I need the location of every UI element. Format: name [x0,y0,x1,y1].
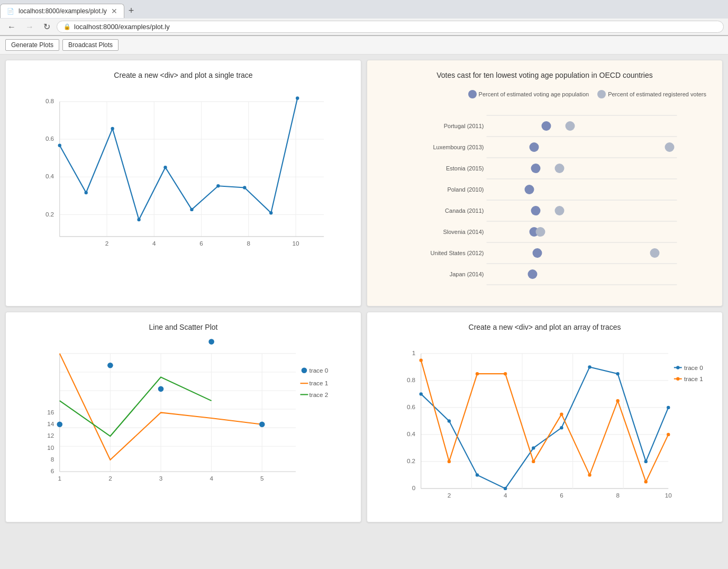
svg-text:0.4: 0.4 [407,430,416,437]
svg-text:1: 1 [412,349,416,356]
line-scatter-plot: Line and Scatter Plot 6 [5,312,361,522]
svg-text:trace 1: trace 1 [684,375,703,382]
svg-point-112 [667,406,670,409]
dot-japan-vap [528,269,538,279]
dot-portugal-rv [566,121,575,131]
dot-slovenia-rv [536,227,545,237]
legend-vap-label: Percent of estimated voting age populati… [479,91,589,97]
svg-text:0.2: 0.2 [46,211,54,218]
svg-text:4: 4 [504,492,507,499]
svg-point-21 [85,191,88,194]
svg-point-25 [190,208,193,211]
single-trace-plot: Create a new <div> and plot a single tra… [5,60,361,306]
svg-text:6: 6 [560,492,563,499]
svg-text:3: 3 [159,475,163,482]
plots-grid: Create a new <div> and plot a single tra… [5,60,723,522]
broadcast-plots-button[interactable]: Broadcast Plots [62,39,119,51]
dot-us-vap [533,248,542,258]
address-bar[interactable]: 🔒 localhost:8000/examples/plot.ly [57,21,724,33]
svg-text:12: 12 [47,432,54,439]
dot-luxembourg-rv [665,142,675,152]
svg-text:Canada (2011): Canada (2011) [445,207,484,214]
svg-point-111 [644,460,648,463]
svg-point-107 [532,446,535,449]
svg-text:0.8: 0.8 [46,97,54,104]
tab-favicon: 📄 [7,8,14,15]
dot-estonia-vap [531,164,541,173]
svg-point-29 [296,96,299,100]
svg-text:1: 1 [58,475,62,482]
voting-svg: Portugal (2011) Luxembourg (2013) Estoni… [383,105,706,295]
svg-point-28 [269,211,272,214]
dot-estonia-rv [555,164,565,173]
legend-rv-label: Percent of estimated registered voters [608,91,706,97]
svg-point-104 [448,419,451,422]
svg-point-70 [57,421,62,427]
svg-point-73 [208,339,214,345]
forward-button[interactable]: → [22,21,37,33]
svg-text:Slovenia (2014): Slovenia (2014) [443,229,484,235]
svg-text:trace 0: trace 0 [310,367,329,374]
svg-text:8: 8 [247,240,250,247]
svg-text:United States (2012): United States (2012) [431,250,484,256]
back-button[interactable]: ← [4,21,19,33]
nav-bar: ← → ↻ 🔒 localhost:8000/examples/plot.ly [0,19,728,35]
voting-title: Votes cast for ten lowest voting age pop… [372,71,717,79]
tab-bar: 📄 localhost:8000/examples/plot.ly ✕ + [0,0,728,19]
url-text: localhost:8000/examples/plot.ly [74,23,170,31]
svg-point-121 [644,480,648,483]
svg-text:14: 14 [47,420,54,427]
svg-text:Japan (2014): Japan (2014) [450,271,484,277]
svg-text:Poland (2010): Poland (2010) [447,186,484,193]
svg-text:trace 2: trace 2 [310,391,329,398]
svg-text:0.4: 0.4 [46,173,54,179]
page-toolbar: Generate Plots Broadcast Plots [0,36,728,55]
svg-point-119 [588,473,591,476]
dot-canada-vap [531,206,541,215]
dot-us-rv [650,248,660,258]
main-content: Create a new <div> and plot a single tra… [0,55,728,569]
svg-point-124 [676,366,679,369]
svg-text:10: 10 [47,444,54,451]
svg-text:10: 10 [293,240,299,247]
dot-portugal-vap [542,121,551,131]
svg-point-109 [588,365,591,368]
svg-point-74 [259,421,265,427]
svg-point-117 [532,460,535,463]
svg-point-122 [667,433,670,436]
svg-point-113 [420,358,423,362]
svg-text:2: 2 [108,475,112,482]
svg-text:trace 1: trace 1 [310,380,329,386]
array-traces-title: Create a new <div> and plot an array of … [372,323,717,331]
reload-button[interactable]: ↻ [40,21,53,33]
svg-text:0.6: 0.6 [407,403,415,410]
svg-point-20 [58,144,61,147]
dot-luxembourg-vap [530,142,539,152]
dot-poland-vap [525,185,534,194]
svg-text:Portugal (2011): Portugal (2011) [444,123,484,129]
svg-text:8: 8 [616,492,620,499]
array-traces-svg: 0 0.2 0.4 0.6 0.8 1 2 4 6 8 10 [372,337,717,517]
active-tab[interactable]: 📄 localhost:8000/examples/plot.ly ✕ [0,4,124,18]
svg-text:0.6: 0.6 [46,135,54,142]
tab-close-button[interactable]: ✕ [111,7,117,15]
svg-point-71 [107,363,113,368]
browser-chrome: 📄 localhost:8000/examples/plot.ly ✕ + ← … [0,0,728,36]
svg-point-103 [420,392,423,395]
new-tab-button[interactable]: + [124,3,139,19]
svg-text:0.8: 0.8 [407,376,415,383]
legend-vap-dot [468,90,477,98]
svg-text:16: 16 [47,409,54,416]
svg-point-118 [560,412,563,416]
generate-plots-button[interactable]: Generate Plots [5,39,59,51]
svg-point-114 [448,460,451,463]
svg-text:6: 6 [199,240,203,247]
tab-title: localhost:8000/examples/plot.ly [19,7,107,15]
svg-text:0.2: 0.2 [407,457,415,464]
line-scatter-title: Line and Scatter Plot [11,323,356,331]
svg-text:Estonia (2015): Estonia (2015) [446,165,484,171]
svg-point-72 [158,386,164,392]
voting-container: Percent of estimated voting age populati… [372,85,717,301]
line-scatter-svg: 6 8 10 12 14 16 1 2 3 4 5 [11,337,356,517]
svg-text:Luxembourg (2013): Luxembourg (2013) [433,144,484,150]
